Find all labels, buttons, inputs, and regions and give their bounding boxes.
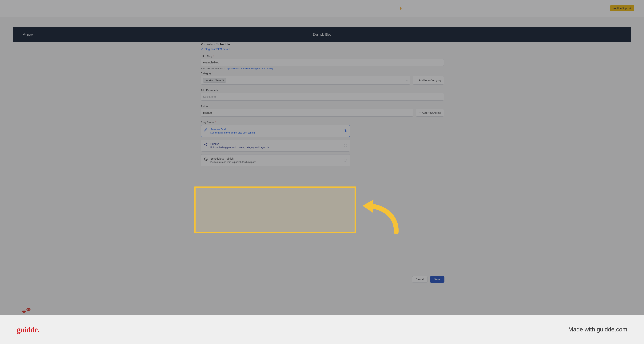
watermark-text: Made with guidde.com <box>568 326 627 333</box>
screenshot-dim-overlay <box>0 0 644 315</box>
guidde-logo: guidde. <box>17 325 40 334</box>
watermark-bar: guidde. Made with guidde.com <box>0 315 644 344</box>
app-frame: topline Support Back Example Blog Publis… <box>0 0 644 315</box>
